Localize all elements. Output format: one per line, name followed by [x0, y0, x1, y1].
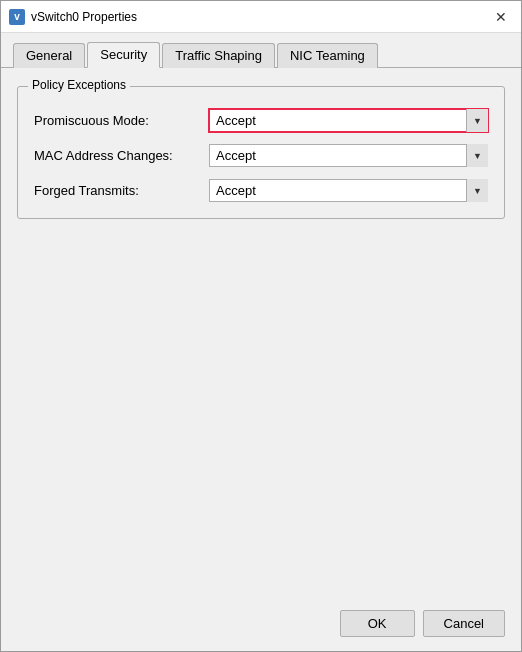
- tab-general[interactable]: General: [13, 43, 85, 68]
- cancel-button[interactable]: Cancel: [423, 610, 505, 637]
- tabs-bar: General Security Traffic Shaping NIC Tea…: [1, 33, 521, 68]
- title-bar: v vSwitch0 Properties ✕: [1, 1, 521, 33]
- mac-address-changes-label: MAC Address Changes:: [34, 148, 209, 163]
- forged-transmits-label: Forged Transmits:: [34, 183, 209, 198]
- group-box-legend: Policy Exceptions: [28, 78, 130, 92]
- promiscuous-mode-select[interactable]: Accept Reject: [209, 109, 488, 132]
- forged-transmits-select[interactable]: Accept Reject: [209, 179, 488, 202]
- tab-security[interactable]: Security: [87, 42, 160, 68]
- mac-address-changes-row: MAC Address Changes: Accept Reject ▼: [34, 144, 488, 167]
- policy-exceptions-group: Policy Exceptions Promiscuous Mode: Acce…: [17, 86, 505, 219]
- forged-transmits-row: Forged Transmits: Accept Reject ▼: [34, 179, 488, 202]
- dialog-footer: OK Cancel: [1, 600, 521, 651]
- mac-address-changes-select-wrapper: Accept Reject ▼: [209, 144, 488, 167]
- forged-transmits-select-wrapper: Accept Reject ▼: [209, 179, 488, 202]
- mac-address-changes-select[interactable]: Accept Reject: [209, 144, 488, 167]
- promiscuous-mode-row: Promiscuous Mode: Accept Reject ▼: [34, 109, 488, 132]
- tab-traffic-shaping[interactable]: Traffic Shaping: [162, 43, 275, 68]
- tab-nic-teaming[interactable]: NIC Teaming: [277, 43, 378, 68]
- close-button[interactable]: ✕: [489, 5, 513, 29]
- title-bar-left: v vSwitch0 Properties: [9, 9, 137, 25]
- ok-button[interactable]: OK: [340, 610, 415, 637]
- dialog-window: v vSwitch0 Properties ✕ General Security…: [0, 0, 522, 652]
- promiscuous-mode-select-wrapper: Accept Reject ▼: [209, 109, 488, 132]
- dialog-body: Policy Exceptions Promiscuous Mode: Acce…: [1, 68, 521, 600]
- window-title: vSwitch0 Properties: [31, 10, 137, 24]
- window-icon: v: [9, 9, 25, 25]
- promiscuous-mode-label: Promiscuous Mode:: [34, 113, 209, 128]
